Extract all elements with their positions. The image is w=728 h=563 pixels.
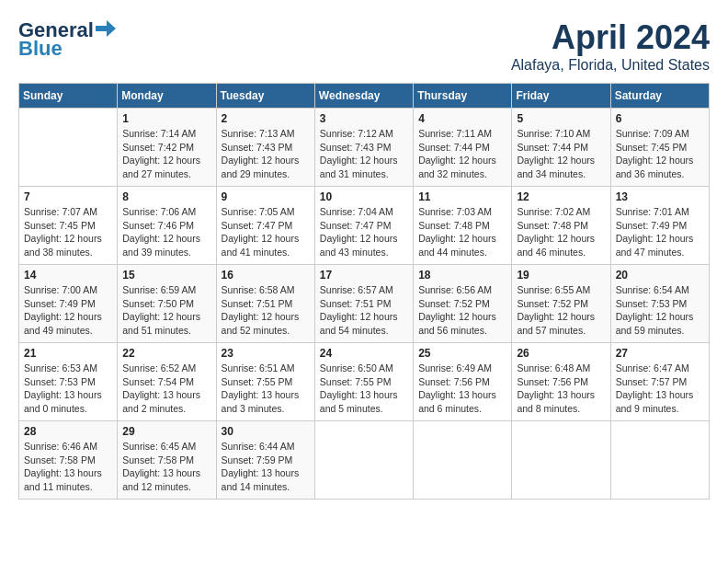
day-info: Sunrise: 7:04 AM Sunset: 7:47 PM Dayligh… xyxy=(320,205,408,259)
calendar-cell: 23Sunrise: 6:51 AM Sunset: 7:55 PM Dayli… xyxy=(216,343,314,421)
calendar-cell: 10Sunrise: 7:04 AM Sunset: 7:47 PM Dayli… xyxy=(314,187,413,265)
calendar-cell: 28Sunrise: 6:46 AM Sunset: 7:58 PM Dayli… xyxy=(19,421,118,500)
svg-marker-0 xyxy=(96,20,116,37)
calendar-cell: 8Sunrise: 7:06 AM Sunset: 7:46 PM Daylig… xyxy=(118,187,216,265)
day-number: 27 xyxy=(616,347,704,360)
subtitle: Alafaya, Florida, United States xyxy=(511,57,710,74)
calendar-cell xyxy=(314,421,413,500)
day-number: 2 xyxy=(222,112,310,125)
day-info: Sunrise: 6:51 AM Sunset: 7:55 PM Dayligh… xyxy=(222,362,310,416)
day-info: Sunrise: 6:55 AM Sunset: 7:52 PM Dayligh… xyxy=(517,283,605,338)
day-number: 22 xyxy=(122,347,210,360)
day-number: 4 xyxy=(418,112,506,125)
day-number: 17 xyxy=(320,269,408,282)
calendar-cell: 1Sunrise: 7:14 AM Sunset: 7:42 PM Daylig… xyxy=(118,109,216,187)
day-info: Sunrise: 7:11 AM Sunset: 7:44 PM Dayligh… xyxy=(418,127,506,181)
calendar-cell: 7Sunrise: 7:07 AM Sunset: 7:45 PM Daylig… xyxy=(19,187,118,265)
calendar-cell: 22Sunrise: 6:52 AM Sunset: 7:54 PM Dayli… xyxy=(118,343,216,421)
calendar-cell: 30Sunrise: 6:44 AM Sunset: 7:59 PM Dayli… xyxy=(216,421,314,500)
calendar-cell: 6Sunrise: 7:09 AM Sunset: 7:45 PM Daylig… xyxy=(610,109,709,187)
day-number: 7 xyxy=(24,190,112,203)
day-number: 25 xyxy=(418,347,506,360)
day-info: Sunrise: 6:46 AM Sunset: 7:58 PM Dayligh… xyxy=(24,440,112,494)
day-number: 24 xyxy=(320,347,408,360)
day-number: 29 xyxy=(122,425,210,438)
calendar-cell: 25Sunrise: 6:49 AM Sunset: 7:56 PM Dayli… xyxy=(414,343,512,421)
day-number: 3 xyxy=(320,112,408,125)
day-number: 5 xyxy=(517,112,605,125)
calendar-cell: 21Sunrise: 6:53 AM Sunset: 7:53 PM Dayli… xyxy=(19,343,118,421)
calendar-week-row: 28Sunrise: 6:46 AM Sunset: 7:58 PM Dayli… xyxy=(19,421,710,500)
calendar-cell: 14Sunrise: 7:00 AM Sunset: 7:49 PM Dayli… xyxy=(19,265,118,343)
day-number: 13 xyxy=(616,190,704,203)
day-number: 15 xyxy=(122,269,210,282)
col-saturday: Saturday xyxy=(610,84,709,109)
calendar-cell: 27Sunrise: 6:47 AM Sunset: 7:57 PM Dayli… xyxy=(610,343,709,421)
day-info: Sunrise: 6:49 AM Sunset: 7:56 PM Dayligh… xyxy=(418,362,506,416)
day-info: Sunrise: 6:53 AM Sunset: 7:53 PM Dayligh… xyxy=(24,362,112,416)
calendar-week-row: 7Sunrise: 7:07 AM Sunset: 7:45 PM Daylig… xyxy=(19,187,710,265)
day-info: Sunrise: 7:12 AM Sunset: 7:43 PM Dayligh… xyxy=(320,127,408,181)
day-info: Sunrise: 7:09 AM Sunset: 7:45 PM Dayligh… xyxy=(616,127,704,181)
calendar-cell: 13Sunrise: 7:01 AM Sunset: 7:49 PM Dayli… xyxy=(610,187,709,265)
day-number: 30 xyxy=(222,425,310,438)
day-info: Sunrise: 7:14 AM Sunset: 7:42 PM Dayligh… xyxy=(122,127,210,181)
day-info: Sunrise: 6:44 AM Sunset: 7:59 PM Dayligh… xyxy=(222,440,310,494)
calendar-cell: 11Sunrise: 7:03 AM Sunset: 7:48 PM Dayli… xyxy=(414,187,512,265)
calendar-cell: 3Sunrise: 7:12 AM Sunset: 7:43 PM Daylig… xyxy=(314,109,413,187)
calendar-cell: 20Sunrise: 6:54 AM Sunset: 7:53 PM Dayli… xyxy=(610,265,709,343)
calendar-cell: 24Sunrise: 6:50 AM Sunset: 7:55 PM Dayli… xyxy=(314,343,413,421)
calendar-cell xyxy=(19,109,118,187)
calendar-table: Sunday Monday Tuesday Wednesday Thursday… xyxy=(18,83,710,500)
day-number: 18 xyxy=(418,269,506,282)
calendar-week-row: 14Sunrise: 7:00 AM Sunset: 7:49 PM Dayli… xyxy=(19,265,710,343)
header-row: Sunday Monday Tuesday Wednesday Thursday… xyxy=(19,84,710,109)
calendar-week-row: 21Sunrise: 6:53 AM Sunset: 7:53 PM Dayli… xyxy=(19,343,710,421)
calendar-cell xyxy=(414,421,512,500)
col-tuesday: Tuesday xyxy=(216,84,314,109)
day-number: 19 xyxy=(517,269,605,282)
col-monday: Monday xyxy=(118,84,216,109)
calendar-week-row: 1Sunrise: 7:14 AM Sunset: 7:42 PM Daylig… xyxy=(19,109,710,187)
col-sunday: Sunday xyxy=(19,84,118,109)
day-info: Sunrise: 7:10 AM Sunset: 7:44 PM Dayligh… xyxy=(517,127,605,181)
main-title: April 2024 xyxy=(511,18,710,57)
calendar-cell: 19Sunrise: 6:55 AM Sunset: 7:52 PM Dayli… xyxy=(512,265,610,343)
day-number: 21 xyxy=(24,347,112,360)
day-info: Sunrise: 7:00 AM Sunset: 7:49 PM Dayligh… xyxy=(24,283,112,338)
page-header: General Blue April 2024 Alafaya, Florida… xyxy=(18,18,710,74)
calendar-cell: 16Sunrise: 6:58 AM Sunset: 7:51 PM Dayli… xyxy=(216,265,314,343)
calendar-header: Sunday Monday Tuesday Wednesday Thursday… xyxy=(19,84,710,109)
calendar-body: 1Sunrise: 7:14 AM Sunset: 7:42 PM Daylig… xyxy=(19,109,710,500)
day-number: 26 xyxy=(517,347,605,360)
day-number: 16 xyxy=(222,269,310,282)
day-number: 12 xyxy=(517,190,605,203)
day-number: 11 xyxy=(418,190,506,203)
day-number: 8 xyxy=(122,190,210,203)
day-info: Sunrise: 6:58 AM Sunset: 7:51 PM Dayligh… xyxy=(222,283,310,338)
day-info: Sunrise: 6:47 AM Sunset: 7:57 PM Dayligh… xyxy=(616,362,704,416)
day-number: 1 xyxy=(122,112,210,125)
day-info: Sunrise: 7:07 AM Sunset: 7:45 PM Dayligh… xyxy=(24,205,112,259)
day-info: Sunrise: 6:45 AM Sunset: 7:58 PM Dayligh… xyxy=(122,440,210,494)
day-info: Sunrise: 6:50 AM Sunset: 7:55 PM Dayligh… xyxy=(320,362,408,416)
day-number: 6 xyxy=(616,112,704,125)
day-info: Sunrise: 7:03 AM Sunset: 7:48 PM Dayligh… xyxy=(418,205,506,259)
day-info: Sunrise: 7:13 AM Sunset: 7:43 PM Dayligh… xyxy=(222,127,310,181)
calendar-cell xyxy=(512,421,610,500)
day-info: Sunrise: 7:02 AM Sunset: 7:48 PM Dayligh… xyxy=(517,205,605,259)
day-number: 28 xyxy=(24,425,112,438)
day-number: 9 xyxy=(222,190,310,203)
day-number: 20 xyxy=(616,269,704,282)
calendar-cell: 29Sunrise: 6:45 AM Sunset: 7:58 PM Dayli… xyxy=(118,421,216,500)
calendar-cell: 12Sunrise: 7:02 AM Sunset: 7:48 PM Dayli… xyxy=(512,187,610,265)
day-info: Sunrise: 7:01 AM Sunset: 7:49 PM Dayligh… xyxy=(616,205,704,259)
calendar-cell: 2Sunrise: 7:13 AM Sunset: 7:43 PM Daylig… xyxy=(216,109,314,187)
day-info: Sunrise: 6:57 AM Sunset: 7:51 PM Dayligh… xyxy=(320,283,408,338)
day-number: 10 xyxy=(320,190,408,203)
calendar-cell: 9Sunrise: 7:05 AM Sunset: 7:47 PM Daylig… xyxy=(216,187,314,265)
calendar-cell: 26Sunrise: 6:48 AM Sunset: 7:56 PM Dayli… xyxy=(512,343,610,421)
day-info: Sunrise: 6:54 AM Sunset: 7:53 PM Dayligh… xyxy=(616,283,704,338)
calendar-cell: 17Sunrise: 6:57 AM Sunset: 7:51 PM Dayli… xyxy=(314,265,413,343)
day-number: 23 xyxy=(222,347,310,360)
